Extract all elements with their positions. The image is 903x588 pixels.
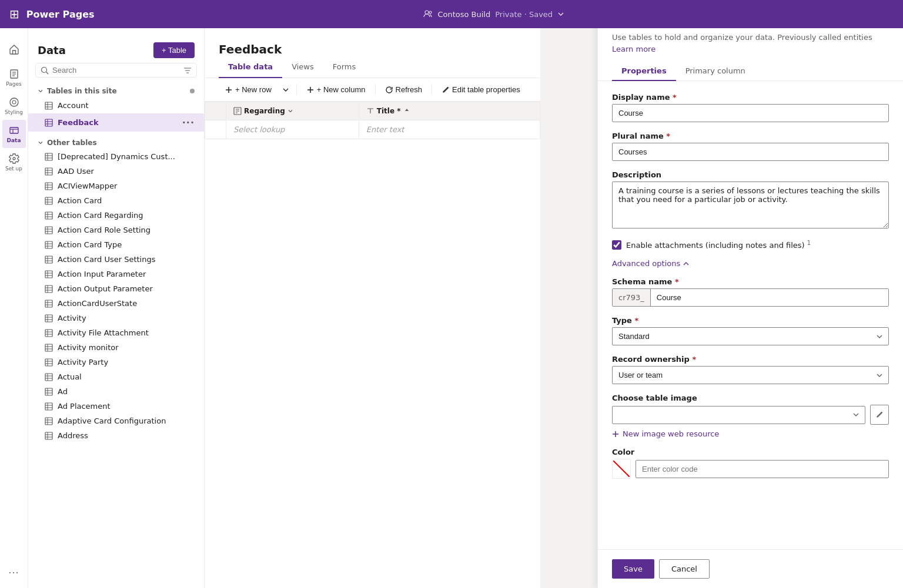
list-item[interactable]: Action Input Parameter	[28, 267, 204, 281]
sidebar-item-setup[interactable]: Set up	[2, 148, 26, 176]
list-item[interactable]: Activity File Attachment	[28, 325, 204, 340]
sidebar-item-home[interactable]	[2, 35, 26, 63]
list-item[interactable]: Activity Party	[28, 355, 204, 369]
edit-icon	[442, 86, 450, 94]
sort-asc-icon[interactable]	[403, 107, 410, 115]
svg-rect-48	[45, 256, 52, 263]
save-button[interactable]: Save	[612, 559, 654, 579]
tab-forms[interactable]: Forms	[323, 56, 366, 78]
sidebar-item-styling[interactable]: Styling	[2, 92, 26, 120]
filter-icon[interactable]	[183, 66, 192, 75]
table-icon	[45, 285, 53, 293]
type-select[interactable]: Standard Activity Virtual Elastic	[612, 327, 889, 345]
type-label: Type *	[612, 316, 889, 325]
list-item[interactable]: ACIViewMapper	[28, 179, 204, 193]
list-item[interactable]: Action Card Regarding	[28, 208, 204, 223]
col-regarding[interactable]: Regarding	[226, 102, 359, 120]
data-label: Data	[7, 137, 21, 143]
svg-rect-72	[45, 344, 52, 351]
svg-line-11	[46, 72, 49, 74]
table-icon	[45, 300, 53, 308]
image-edit-button[interactable]	[870, 405, 889, 425]
waffle-icon[interactable]: ⊞	[9, 7, 19, 21]
panel-tab-primary-column[interactable]: Primary column	[676, 62, 755, 81]
svg-point-6	[10, 98, 18, 106]
table-grid-active-icon	[45, 119, 53, 127]
new-row-button[interactable]: + New row	[219, 82, 277, 98]
other-tables-header[interactable]: Other tables	[28, 132, 204, 149]
plus-resource-icon	[612, 431, 619, 438]
list-item[interactable]: Action Card	[28, 193, 204, 208]
col-title[interactable]: Title *	[359, 102, 540, 120]
list-item[interactable]: AAD User	[28, 164, 204, 179]
schema-name-input[interactable]	[651, 289, 888, 306]
new-image-resource-link[interactable]: New image web resource	[612, 429, 889, 438]
sidebar-item-data[interactable]: Data	[2, 120, 26, 148]
setup-icon	[8, 153, 20, 164]
plural-name-input[interactable]	[612, 143, 889, 161]
record-ownership-select[interactable]: User or team Organization	[612, 366, 889, 384]
list-item[interactable]: Activity monitor	[28, 340, 204, 355]
table-icon	[45, 153, 53, 161]
edit-table-button[interactable]: Edit table properties	[436, 82, 526, 98]
list-item[interactable]: Action Card Role Setting	[28, 223, 204, 237]
table-item-account[interactable]: Account	[28, 98, 204, 113]
chevron-down-row-icon	[282, 86, 289, 93]
table-icon	[45, 388, 53, 396]
list-item[interactable]: ActionCardUserState	[28, 296, 204, 311]
description-textarea[interactable]: A training course is a series of lessons…	[612, 182, 889, 229]
svg-point-0	[425, 11, 429, 14]
advanced-options-toggle[interactable]: Advanced options	[612, 259, 889, 268]
table-icon	[45, 197, 53, 205]
panel-tab-properties[interactable]: Properties	[612, 62, 676, 81]
new-table-panel: New table × Use tables to hold and organ…	[597, 0, 903, 588]
new-column-button[interactable]: + New column	[300, 82, 372, 98]
list-item[interactable]: Action Card User Settings	[28, 252, 204, 267]
sidebar-more[interactable]: ···	[8, 567, 19, 579]
learn-more-link[interactable]: Learn more	[612, 45, 655, 53]
svg-point-10	[42, 67, 47, 72]
workspace-name: Contoso Build	[437, 10, 490, 19]
tab-views[interactable]: Views	[282, 56, 323, 78]
display-name-input[interactable]	[612, 104, 889, 122]
edit-pencil-icon	[875, 411, 884, 419]
list-item[interactable]: Ad	[28, 384, 204, 399]
app-title: Power Pages	[26, 9, 95, 20]
feedback-more[interactable]: ···	[182, 117, 195, 128]
table-item-feedback[interactable]: Feedback ···	[28, 113, 204, 132]
new-row-dropdown-button[interactable]	[279, 83, 293, 97]
tab-table-data[interactable]: Table data	[219, 56, 282, 78]
color-swatch[interactable]	[612, 459, 631, 479]
svg-rect-60	[45, 300, 52, 307]
list-item[interactable]: Address	[28, 428, 204, 443]
sidebar-item-pages[interactable]: Pages	[2, 63, 26, 92]
tables-in-site-header[interactable]: Tables in this site	[38, 87, 117, 95]
list-item[interactable]: Activity	[28, 311, 204, 325]
title-cell[interactable]: Enter text	[359, 120, 540, 139]
refresh-button[interactable]: Refresh	[379, 82, 429, 98]
list-item[interactable]: Ad Placement	[28, 399, 204, 414]
list-item[interactable]: [Deprecated] Dynamics Cust...	[28, 149, 204, 164]
image-select[interactable]	[612, 406, 865, 424]
list-item[interactable]: Adaptive Card Configuration	[28, 414, 204, 428]
list-item[interactable]: Action Card Type	[28, 237, 204, 252]
svg-rect-64	[45, 315, 52, 322]
workspace-chevron-icon[interactable]	[557, 11, 564, 18]
color-input[interactable]	[636, 460, 889, 478]
svg-rect-76	[45, 359, 52, 366]
svg-rect-68	[45, 330, 52, 337]
feedback-label: Feedback	[58, 118, 99, 127]
cancel-button[interactable]: Cancel	[659, 559, 710, 579]
svg-rect-52	[45, 271, 52, 278]
tables-in-site-label: Tables in this site	[47, 87, 117, 95]
main-content: Feedback Table data Views Forms + New ro…	[205, 0, 540, 588]
regarding-cell[interactable]: Select lookup	[226, 120, 359, 139]
search-input[interactable]	[52, 66, 180, 75]
list-item[interactable]: Actual	[28, 369, 204, 384]
table-row[interactable]: Select lookup Enter text	[205, 120, 540, 139]
svg-rect-36	[45, 212, 52, 219]
enable-attachments-checkbox[interactable]	[612, 240, 621, 250]
add-table-button[interactable]: + Table	[153, 42, 195, 58]
list-item[interactable]: Action Output Parameter	[28, 281, 204, 296]
panel-description: Use tables to hold and organize your dat…	[598, 28, 903, 55]
